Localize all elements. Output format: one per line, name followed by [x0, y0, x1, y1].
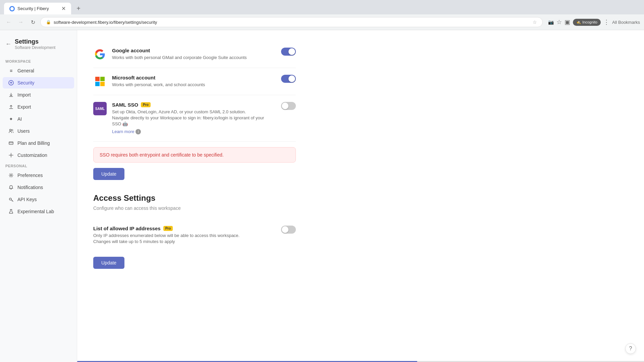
google-auth-row: Google account Works with both personal … [93, 41, 296, 68]
ip-pro-badge: Pro [163, 226, 173, 231]
workspace-section-label: WORKSPACE [0, 57, 77, 65]
incognito-label: Incognito [582, 20, 597, 24]
sidebar-item-label-experimental-lab: Experimental Lab [17, 209, 54, 214]
learn-more-link[interactable]: Learn more i [112, 129, 141, 135]
microsoft-auth-info: Microsoft account Works with personal, w… [112, 75, 273, 88]
svg-point-6 [10, 175, 12, 176]
tab-favicon [9, 6, 15, 11]
microsoft-auth-row: Microsoft account Works with personal, w… [93, 68, 296, 95]
sidebar-item-import[interactable]: Import [3, 89, 74, 101]
google-toggle[interactable] [281, 48, 296, 56]
sso-error-alert: SSO requires both entrypoint and certifi… [93, 147, 296, 163]
back-to-workspace-button[interactable]: ← [5, 41, 11, 48]
content-inner: Google account Works with both personal … [77, 30, 312, 280]
svg-rect-11 [100, 82, 105, 86]
saml-icon-bg: SAML [93, 102, 107, 115]
main-content: Google account Works with both personal … [77, 30, 644, 362]
back-button[interactable]: ← [4, 17, 13, 27]
svg-point-0 [10, 7, 14, 10]
preferences-icon [8, 172, 14, 178]
users-icon [8, 128, 14, 134]
security-icon [8, 80, 14, 86]
sidebar-item-label-api-keys: API Keys [17, 197, 37, 202]
google-auth-icon [93, 48, 107, 61]
sidebar-item-users[interactable]: Users [3, 125, 74, 137]
layout-icon[interactable]: ▣ [565, 18, 570, 26]
sidebar-item-ai[interactable]: ✦ AI [3, 113, 74, 125]
sidebar-item-label-security: Security [17, 80, 35, 85]
new-tab-button[interactable]: + [74, 4, 83, 13]
sidebar-item-label-preferences: Preferences [17, 173, 43, 178]
microsoft-toggle[interactable] [281, 75, 296, 83]
sidebar-item-label-customization: Customization [17, 153, 47, 158]
access-settings-subtitle: Configure who can access this workspace [93, 205, 296, 211]
bookmarks-bar-toggle[interactable]: ⋮ [603, 18, 609, 26]
ip-allowlist-desc: Only IP addresses enumerated below will … [93, 233, 273, 245]
sidebar-item-security[interactable]: Security [3, 77, 74, 88]
saml-toggle-wrapper [281, 102, 296, 110]
sidebar: ← Settings Software Development WORKSPAC… [0, 30, 77, 362]
svg-point-3 [12, 129, 13, 131]
ip-allowlist-row: List of allowed IP addresses Pro Only IP… [93, 219, 296, 251]
reload-button[interactable]: ↻ [28, 17, 38, 27]
ip-toggle[interactable] [281, 226, 296, 234]
ip-allowlist-info: List of allowed IP addresses Pro Only IP… [93, 226, 273, 245]
sidebar-item-label-export: Export [17, 104, 31, 110]
svg-rect-4 [9, 142, 13, 144]
google-toggle-knob [288, 48, 295, 55]
google-auth-info: Google account Works with both personal … [112, 48, 273, 61]
experimental-lab-icon [8, 208, 14, 215]
camera-off-icon[interactable]: 📷 [548, 19, 554, 25]
browser-chrome: Security | Fibery ✕ + ← → ↻ 🔒 software-d… [0, 0, 644, 30]
incognito-button[interactable]: 🕵 Incognito [573, 19, 601, 26]
sidebar-item-label-notifications: Notifications [17, 185, 43, 190]
update-button-2[interactable]: Update [93, 257, 124, 269]
url-text: software-development.fibery.io/fibery/se… [54, 20, 530, 25]
saml-pro-badge: Pro [141, 102, 151, 107]
ip-toggle-wrapper [281, 226, 296, 234]
notifications-icon [8, 184, 14, 190]
svg-rect-9 [100, 77, 105, 81]
api-keys-icon [8, 196, 14, 202]
ip-toggle-knob [282, 226, 288, 233]
microsoft-auth-title: Microsoft account [112, 75, 273, 80]
sidebar-item-label-ai: AI [17, 116, 22, 122]
saml-toggle-knob [282, 103, 288, 109]
address-bar[interactable]: 🔒 software-development.fibery.io/fibery/… [40, 17, 543, 27]
svg-point-2 [10, 129, 11, 131]
sidebar-item-plan-billing[interactable]: Plan and Billing [3, 137, 74, 149]
microsoft-toggle-knob [288, 75, 295, 82]
update-button-1[interactable]: Update [93, 168, 124, 180]
sidebar-item-label-general: General [17, 68, 34, 73]
general-icon: ≡ [8, 68, 14, 74]
plan-billing-icon [8, 140, 14, 146]
saml-auth-row: SAML SAML SSO Pro Set up Okta, OneLogin,… [93, 95, 296, 142]
address-bar-star[interactable]: ☆ [533, 19, 537, 25]
sidebar-item-api-keys[interactable]: API Keys [3, 194, 74, 205]
sidebar-item-general[interactable]: ≡ General [3, 65, 74, 76]
tab-close-button[interactable]: ✕ [61, 5, 66, 12]
svg-point-5 [10, 155, 12, 156]
browser-actions: 📷 ☆ ▣ 🕵 Incognito ⋮ All Bookmarks [548, 18, 640, 26]
help-button[interactable]: ? [625, 343, 636, 354]
bookmarks-label: All Bookmarks [612, 20, 640, 25]
forward-button[interactable]: → [16, 17, 25, 27]
tab-title: Security | Fibery [17, 6, 49, 11]
sidebar-item-label-plan-billing: Plan and Billing [17, 140, 50, 146]
bookmark-icon[interactable]: ☆ [556, 18, 562, 26]
sidebar-item-customization[interactable]: Customization [3, 149, 74, 161]
sidebar-item-export[interactable]: Export [3, 101, 74, 113]
customization-icon [8, 152, 14, 158]
sidebar-item-preferences[interactable]: Preferences [3, 170, 74, 181]
browser-tab[interactable]: Security | Fibery ✕ [4, 3, 71, 14]
saml-toggle[interactable] [281, 102, 296, 110]
browser-nav: ← → ↻ 🔒 software-development.fibery.io/f… [0, 14, 644, 30]
saml-auth-info: SAML SSO Pro Set up Okta, OneLogin, Azur… [112, 102, 273, 135]
sidebar-item-label-users: Users [17, 128, 30, 134]
google-auth-title: Google account [112, 48, 273, 53]
microsoft-toggle-wrapper [281, 75, 296, 83]
sidebar-item-experimental-lab[interactable]: Experimental Lab [3, 206, 74, 217]
google-auth-desc: Works with both personal GMail and corpo… [112, 55, 273, 61]
ai-icon: ✦ [8, 116, 14, 122]
sidebar-item-notifications[interactable]: Notifications [3, 182, 74, 193]
